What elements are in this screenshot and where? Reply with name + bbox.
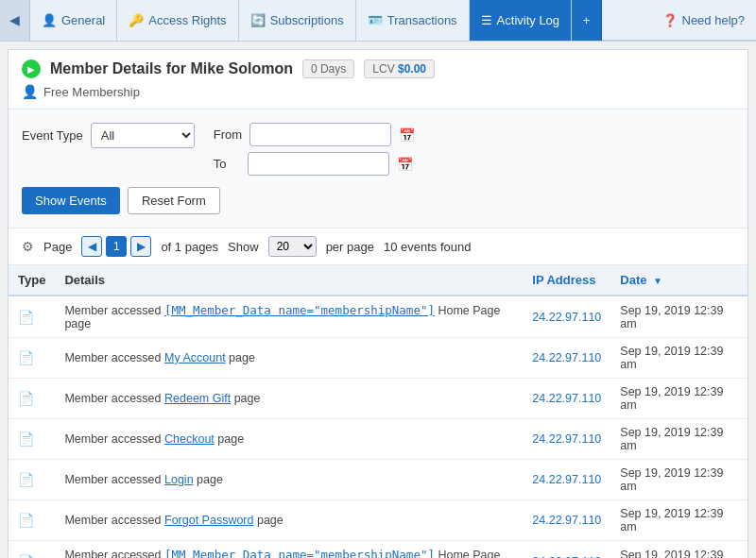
ip-link[interactable]: 24.22.97.110: [532, 432, 601, 446]
row-date: Sep 19, 2019 12:39 am: [610, 460, 747, 500]
row-ip[interactable]: 24.22.97.110: [523, 419, 610, 460]
row-date: Sep 19, 2019 12:39 am: [610, 296, 747, 338]
date-value: Sep 19, 2019 12:39 am: [620, 549, 723, 559]
tab-transactions[interactable]: 🪪 Transactions: [356, 0, 470, 41]
details-link[interactable]: [MM_Member_Data name="membershipName"]: [164, 303, 435, 317]
add-tab-button[interactable]: +: [572, 0, 602, 41]
tab-subscriptions-label: Subscriptions: [270, 13, 344, 27]
row-type-icon: 📄: [9, 379, 55, 419]
next-page-button[interactable]: ▶: [130, 236, 151, 257]
prev-page-button[interactable]: ◀: [81, 236, 102, 257]
row-details: Member accessed Login page: [55, 460, 523, 500]
details-link[interactable]: [MM_Member_Data name="membershipName"]: [164, 548, 435, 558]
tab-activity-log-label: Activity Log: [497, 13, 559, 27]
key-icon: 🔑: [129, 13, 144, 27]
event-type-filter: Event Type All Login Page Access Email: [22, 123, 195, 148]
tab-subscriptions[interactable]: 🔄 Subscriptions: [239, 0, 356, 41]
details-link[interactable]: Redeem Gift: [164, 392, 231, 405]
row-type-icon: 📄: [9, 500, 55, 541]
row-date: Sep 19, 2019 12:39 am: [610, 541, 747, 559]
ip-link[interactable]: 24.22.97.110: [532, 514, 601, 527]
event-type-select[interactable]: All Login Page Access Email: [91, 123, 195, 148]
from-date-input[interactable]: [249, 123, 391, 146]
per-page-label: per page: [326, 240, 374, 254]
row-ip[interactable]: 24.22.97.110: [523, 541, 610, 559]
col-header-date[interactable]: Date ▼: [610, 265, 747, 296]
member-header: ▶ Member Details for Mike Solomon 0 Days…: [9, 50, 747, 110]
to-date-input[interactable]: [248, 152, 389, 176]
details-link[interactable]: Forgot Password: [164, 514, 253, 527]
member-name: Member Details for Mike Solomon: [50, 60, 293, 77]
ip-link[interactable]: 24.22.97.110: [532, 392, 601, 405]
tab-general[interactable]: 👤 General: [30, 0, 117, 41]
row-type-icon: 📄: [9, 296, 55, 338]
user-icon: 👤: [42, 13, 57, 27]
filter-buttons: Show Events Reset Form: [22, 187, 734, 214]
date-filter-group: From 📅 To 📅: [214, 123, 415, 176]
details-pre-text: Member accessed: [64, 473, 164, 486]
row-type-icon: 📄: [9, 541, 55, 559]
document-icon: 📄: [18, 391, 34, 406]
table-row: 📄Member accessed Login page24.22.97.110S…: [9, 460, 747, 500]
document-icon: 📄: [18, 431, 34, 447]
details-post-text: page: [226, 351, 255, 364]
ip-link[interactable]: 24.22.97.110: [532, 351, 601, 364]
table-row: 📄Member accessed My Account page24.22.97…: [9, 338, 747, 379]
event-type-label: Event Type: [22, 128, 83, 143]
details-pre-text: Member accessed: [64, 549, 164, 558]
row-ip[interactable]: 24.22.97.110: [523, 379, 610, 419]
help-button[interactable]: ❓ Need help?: [651, 0, 757, 41]
table-header-row: Type Details IP Address Date ▼: [9, 265, 747, 296]
row-date: Sep 19, 2019 12:39 am: [610, 338, 747, 379]
settings-icon[interactable]: ⚙: [22, 239, 34, 254]
col-header-ip[interactable]: IP Address: [523, 265, 610, 296]
refresh-icon: 🔄: [250, 13, 266, 27]
table-row: 📄Member accessed Redeem Gift page24.22.9…: [9, 379, 747, 419]
days-badge: 0 Days: [302, 59, 354, 78]
row-details-inner: Member accessed Redeem Gift page: [64, 392, 260, 405]
list-icon: ☰: [481, 13, 492, 27]
row-ip[interactable]: 24.22.97.110: [523, 500, 610, 541]
ip-link[interactable]: 24.22.97.110: [532, 555, 601, 559]
tab-activity-log[interactable]: ☰ Activity Log: [470, 0, 572, 41]
tab-transactions-label: Transactions: [387, 13, 457, 27]
details-pre-text: Member accessed: [64, 304, 164, 317]
play-icon: ▶: [22, 59, 41, 78]
page-navigation: ◀ 1 ▶: [81, 236, 151, 257]
details-pre-text: Member accessed: [64, 514, 164, 527]
details-link[interactable]: Checkout: [164, 432, 215, 446]
row-details-inner: Member accessed Checkout page: [64, 432, 244, 446]
lcv-badge: LCV $0.00: [364, 59, 435, 78]
row-details-inner: Member accessed [MM_Member_Data name="me…: [64, 304, 500, 330]
ip-link[interactable]: 24.22.97.110: [532, 473, 601, 486]
tab-access-rights[interactable]: 🔑 Access Rights: [117, 0, 238, 41]
row-ip[interactable]: 24.22.97.110: [523, 460, 610, 500]
details-post-text: page: [194, 473, 223, 486]
reset-form-button[interactable]: Reset Form: [128, 187, 220, 214]
date-value: Sep 19, 2019 12:39 am: [620, 507, 723, 533]
events-found-label: 10 events found: [384, 240, 472, 254]
row-details: Member accessed My Account page: [55, 338, 523, 379]
row-date: Sep 19, 2019 12:39 am: [610, 379, 747, 419]
pagination-bar: ⚙ Page ◀ 1 ▶ of 1 pages Show 20 50 100 p…: [9, 228, 747, 265]
details-link[interactable]: Login: [164, 473, 194, 486]
row-details-inner: Member accessed My Account page: [64, 351, 255, 364]
show-events-button[interactable]: Show Events: [22, 187, 120, 214]
lcv-value: $0.00: [398, 62, 426, 76]
show-label: Show: [228, 240, 259, 254]
row-ip[interactable]: 24.22.97.110: [523, 296, 610, 338]
nav-back-button[interactable]: ◀: [0, 0, 30, 41]
details-link[interactable]: My Account: [164, 351, 226, 364]
document-icon: 📄: [18, 513, 34, 528]
details-post-text: page: [253, 514, 283, 527]
details-post-text: page: [231, 392, 260, 405]
ip-link[interactable]: 24.22.97.110: [532, 311, 601, 324]
activity-table: Type Details IP Address Date ▼ 📄Member a…: [9, 265, 747, 558]
row-ip[interactable]: 24.22.97.110: [523, 338, 610, 379]
card-icon: 🪪: [368, 13, 383, 27]
row-details-inner: Member accessed Forgot Password page: [64, 514, 283, 527]
per-page-select[interactable]: 20 50 100: [268, 236, 317, 257]
row-details: Member accessed Redeem Gift page: [55, 379, 523, 419]
to-calendar-icon[interactable]: 📅: [397, 157, 413, 172]
from-calendar-icon[interactable]: 📅: [399, 127, 415, 143]
